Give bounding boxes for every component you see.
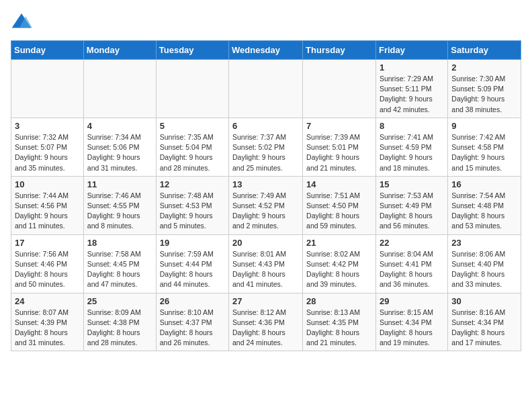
day-number: 11 [87,179,152,189]
day-info: Sunrise: 8:06 AM Sunset: 4:40 PM Dayligh… [451,249,517,290]
day-number: 16 [451,179,517,189]
calendar-cell: 6Sunrise: 7:37 AM Sunset: 5:02 PM Daylig… [229,118,303,176]
calendar-cell: 22Sunrise: 8:04 AM Sunset: 4:41 PM Dayli… [375,234,447,293]
calendar-cell [303,60,376,118]
day-number: 5 [160,121,225,131]
day-number: 13 [232,179,299,189]
day-header-saturday: Saturday [448,41,521,60]
day-number: 30 [451,296,517,306]
calendar-cell: 21Sunrise: 8:02 AM Sunset: 4:42 PM Dayli… [303,234,376,293]
header [11,11,521,32]
day-info: Sunrise: 8:16 AM Sunset: 4:34 PM Dayligh… [451,308,517,349]
day-info: Sunrise: 7:35 AM Sunset: 5:04 PM Dayligh… [160,132,225,173]
day-number: 14 [306,179,372,189]
calendar-cell: 13Sunrise: 7:49 AM Sunset: 4:52 PM Dayli… [229,176,303,234]
day-info: Sunrise: 8:04 AM Sunset: 4:41 PM Dayligh… [380,249,444,290]
day-info: Sunrise: 7:49 AM Sunset: 4:52 PM Dayligh… [232,191,299,232]
days-header-row: SundayMondayTuesdayWednesdayThursdayFrid… [11,41,521,60]
week-row-3: 10Sunrise: 7:44 AM Sunset: 4:56 PM Dayli… [11,176,521,234]
day-info: Sunrise: 8:01 AM Sunset: 4:43 PM Dayligh… [232,249,299,290]
day-number: 8 [380,121,444,131]
calendar-cell: 11Sunrise: 7:46 AM Sunset: 4:55 PM Dayli… [83,176,156,234]
day-header-monday: Monday [83,41,156,60]
day-number: 4 [87,121,152,131]
day-number: 1 [380,62,444,73]
calendar-cell: 7Sunrise: 7:39 AM Sunset: 5:01 PM Daylig… [303,118,376,176]
day-number: 20 [232,238,299,248]
calendar-cell: 14Sunrise: 7:51 AM Sunset: 4:50 PM Dayli… [303,176,376,234]
day-number: 15 [380,179,444,189]
calendar-table: SundayMondayTuesdayWednesdayThursdayFrid… [11,40,521,351]
week-row-1: 1Sunrise: 7:29 AM Sunset: 5:11 PM Daylig… [11,60,521,118]
day-number: 21 [306,238,372,248]
calendar-cell: 10Sunrise: 7:44 AM Sunset: 4:56 PM Dayli… [11,176,84,234]
day-number: 24 [15,296,80,306]
day-info: Sunrise: 7:51 AM Sunset: 4:50 PM Dayligh… [306,191,372,232]
day-number: 28 [306,296,372,306]
day-header-thursday: Thursday [303,41,376,60]
calendar-cell [83,60,156,118]
week-row-5: 24Sunrise: 8:07 AM Sunset: 4:39 PM Dayli… [11,293,521,351]
day-info: Sunrise: 7:46 AM Sunset: 4:55 PM Dayligh… [87,191,152,232]
calendar-cell: 8Sunrise: 7:41 AM Sunset: 4:59 PM Daylig… [375,118,447,176]
day-info: Sunrise: 7:42 AM Sunset: 4:58 PM Dayligh… [451,132,517,173]
calendar-cell: 15Sunrise: 7:53 AM Sunset: 4:49 PM Dayli… [375,176,447,234]
day-number: 18 [87,238,152,248]
day-info: Sunrise: 7:39 AM Sunset: 5:01 PM Dayligh… [306,132,372,173]
calendar-cell: 5Sunrise: 7:35 AM Sunset: 5:04 PM Daylig… [156,118,228,176]
calendar-cell [156,60,228,118]
day-info: Sunrise: 8:15 AM Sunset: 4:34 PM Dayligh… [380,308,444,349]
day-number: 27 [232,296,299,306]
calendar-cell: 3Sunrise: 7:32 AM Sunset: 5:07 PM Daylig… [11,118,84,176]
calendar-cell: 27Sunrise: 8:12 AM Sunset: 4:36 PM Dayli… [229,293,303,351]
week-row-2: 3Sunrise: 7:32 AM Sunset: 5:07 PM Daylig… [11,118,521,176]
calendar-cell: 17Sunrise: 7:56 AM Sunset: 4:46 PM Dayli… [11,234,84,293]
day-number: 7 [306,121,372,131]
day-info: Sunrise: 7:59 AM Sunset: 4:44 PM Dayligh… [160,249,225,290]
day-number: 19 [160,238,225,248]
day-header-sunday: Sunday [11,41,84,60]
day-number: 10 [15,179,80,189]
calendar-cell: 24Sunrise: 8:07 AM Sunset: 4:39 PM Dayli… [11,293,84,351]
day-info: Sunrise: 7:56 AM Sunset: 4:46 PM Dayligh… [15,249,80,290]
day-header-wednesday: Wednesday [229,41,303,60]
day-info: Sunrise: 7:32 AM Sunset: 5:07 PM Dayligh… [15,132,80,173]
calendar-cell [229,60,303,118]
day-number: 9 [451,121,517,131]
day-info: Sunrise: 7:53 AM Sunset: 4:49 PM Dayligh… [380,191,444,232]
calendar-cell: 19Sunrise: 7:59 AM Sunset: 4:44 PM Dayli… [156,234,228,293]
calendar-cell: 29Sunrise: 8:15 AM Sunset: 4:34 PM Dayli… [375,293,447,351]
day-info: Sunrise: 7:37 AM Sunset: 5:02 PM Dayligh… [232,132,299,173]
week-row-4: 17Sunrise: 7:56 AM Sunset: 4:46 PM Dayli… [11,234,521,293]
calendar-cell: 23Sunrise: 8:06 AM Sunset: 4:40 PM Dayli… [448,234,521,293]
calendar-cell: 2Sunrise: 7:30 AM Sunset: 5:09 PM Daylig… [448,60,521,118]
day-info: Sunrise: 7:30 AM Sunset: 5:09 PM Dayligh… [451,74,517,115]
day-number: 2 [451,62,517,73]
day-number: 6 [232,121,299,131]
day-number: 23 [451,238,517,248]
day-info: Sunrise: 7:44 AM Sunset: 4:56 PM Dayligh… [15,191,80,232]
calendar-cell: 16Sunrise: 7:54 AM Sunset: 4:48 PM Dayli… [448,176,521,234]
calendar-cell: 20Sunrise: 8:01 AM Sunset: 4:43 PM Dayli… [229,234,303,293]
day-info: Sunrise: 8:09 AM Sunset: 4:38 PM Dayligh… [87,308,152,349]
day-number: 26 [160,296,225,306]
calendar-cell: 28Sunrise: 8:13 AM Sunset: 4:35 PM Dayli… [303,293,376,351]
calendar-cell: 4Sunrise: 7:34 AM Sunset: 5:06 PM Daylig… [83,118,156,176]
day-info: Sunrise: 7:58 AM Sunset: 4:45 PM Dayligh… [87,249,152,290]
calendar-cell: 26Sunrise: 8:10 AM Sunset: 4:37 PM Dayli… [156,293,228,351]
day-info: Sunrise: 7:34 AM Sunset: 5:06 PM Dayligh… [87,132,152,173]
day-header-tuesday: Tuesday [156,41,228,60]
calendar-cell: 25Sunrise: 8:09 AM Sunset: 4:38 PM Dayli… [83,293,156,351]
calendar-cell: 12Sunrise: 7:48 AM Sunset: 4:53 PM Dayli… [156,176,228,234]
day-header-friday: Friday [375,41,447,60]
logo-icon [11,11,32,32]
logo [11,11,35,32]
day-info: Sunrise: 8:10 AM Sunset: 4:37 PM Dayligh… [160,308,225,349]
day-info: Sunrise: 8:07 AM Sunset: 4:39 PM Dayligh… [15,308,80,349]
day-info: Sunrise: 8:13 AM Sunset: 4:35 PM Dayligh… [306,308,372,349]
day-info: Sunrise: 8:02 AM Sunset: 4:42 PM Dayligh… [306,249,372,290]
day-info: Sunrise: 7:29 AM Sunset: 5:11 PM Dayligh… [380,74,444,115]
calendar-cell: 9Sunrise: 7:42 AM Sunset: 4:58 PM Daylig… [448,118,521,176]
day-info: Sunrise: 7:41 AM Sunset: 4:59 PM Dayligh… [380,132,444,173]
day-number: 29 [380,296,444,306]
